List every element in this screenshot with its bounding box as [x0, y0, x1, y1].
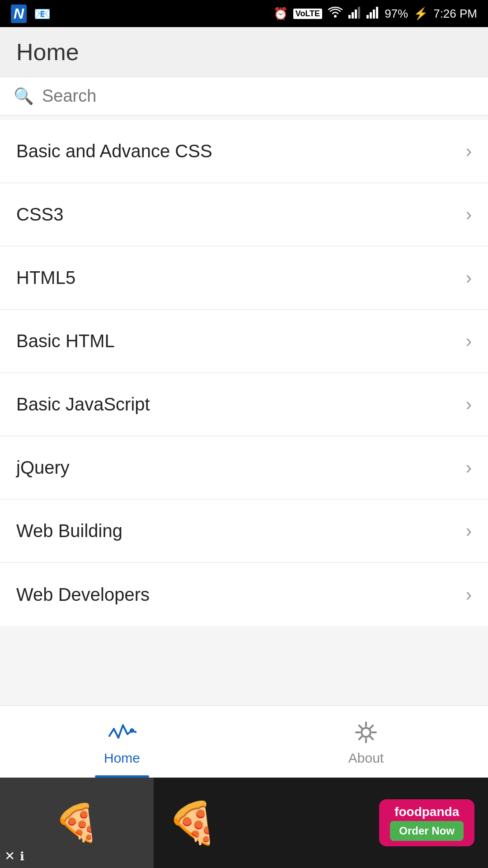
svg-rect-8 [376, 7, 378, 19]
list-item-label: HTML5 [16, 268, 75, 288]
svg-point-0 [334, 15, 337, 18]
home-waveform-icon [108, 718, 136, 747]
list-item[interactable]: Web Developers › [0, 563, 488, 626]
search-icon: 🔍 [14, 87, 34, 106]
ad-right-section: 🍕 foodpanda Order Now [154, 778, 488, 868]
search-input[interactable] [42, 86, 474, 106]
nav-item-home[interactable]: Home [0, 706, 244, 778]
chevron-right-icon: › [466, 268, 472, 288]
nav-home-label: Home [104, 750, 140, 766]
alarm-icon: ⏰ [273, 7, 288, 21]
gear-icon [352, 718, 380, 747]
app-header: Home [0, 27, 488, 77]
wifi-icon [328, 6, 343, 21]
list-item[interactable]: Basic JavaScript › [0, 373, 488, 436]
ad-info-icon[interactable]: ℹ [20, 849, 24, 863]
volte-badge: VoLTE [293, 9, 322, 19]
chevron-right-icon: › [466, 331, 472, 351]
svg-rect-3 [355, 9, 357, 19]
menu-list: Basic and Advance CSS › CSS3 › HTML5 › B… [0, 120, 488, 626]
chevron-right-icon: › [466, 458, 472, 478]
svg-rect-2 [352, 12, 354, 19]
svg-rect-6 [370, 12, 372, 19]
list-item-label: Basic JavaScript [16, 394, 150, 415]
nav-about-label: About [348, 750, 384, 766]
list-item-label: Basic HTML [16, 331, 115, 351]
chevron-right-icon: › [466, 204, 472, 225]
bottom-nav: Home About [0, 705, 488, 778]
svg-rect-1 [348, 15, 351, 19]
battery-charging-icon: ⚡ [413, 7, 428, 21]
list-item[interactable]: HTML5 › [0, 246, 488, 310]
ad-left-section: 🍕 ✕ ℹ [0, 778, 154, 868]
foodpanda-badge[interactable]: foodpanda Order Now [379, 799, 474, 846]
list-item-label: jQuery [16, 458, 70, 478]
chevron-right-icon: › [466, 394, 472, 415]
signal-icon [348, 6, 361, 22]
svg-point-9 [130, 728, 134, 733]
chevron-right-icon: › [466, 141, 472, 161]
ad-banner: 🍕 ✕ ℹ 🍕 foodpanda Order Now [0, 778, 488, 868]
list-item-label: Web Developers [16, 585, 150, 605]
order-now-button[interactable]: Order Now [390, 821, 464, 841]
list-item-label: Web Building [16, 521, 122, 541]
list-item[interactable]: Web Building › [0, 500, 488, 563]
page-title: Home [16, 38, 79, 66]
list-item[interactable]: Basic and Advance CSS › [0, 120, 488, 183]
ad-food-image: 🍕 [167, 799, 218, 847]
search-container: 🔍 [0, 77, 488, 115]
ad-close-button[interactable]: ✕ [5, 849, 15, 863]
svg-rect-5 [366, 15, 369, 19]
list-item[interactable]: CSS3 › [0, 183, 488, 246]
nav-item-about[interactable]: About [244, 706, 488, 778]
outlook-icon: 📧 [34, 6, 51, 22]
svg-rect-4 [358, 7, 360, 19]
chevron-right-icon: › [466, 521, 472, 541]
list-item[interactable]: Basic HTML › [0, 310, 488, 373]
svg-rect-7 [373, 9, 375, 19]
list-item-label: CSS3 [16, 204, 64, 225]
foodpanda-logo-text: foodpanda [394, 805, 459, 819]
battery-level: 97% [385, 7, 408, 21]
status-bar: N 📧 ⏰ VoLTE [0, 0, 488, 27]
list-item[interactable]: jQuery › [0, 436, 488, 500]
svg-point-10 [361, 728, 371, 737]
chevron-right-icon: › [466, 585, 472, 605]
ad-pizza-icon: 🍕 [54, 802, 99, 844]
time-display: 7:26 PM [433, 7, 477, 21]
list-item-label: Basic and Advance CSS [16, 141, 212, 161]
signal-icon-2 [366, 6, 379, 22]
status-bar-right: ⏰ VoLTE [273, 6, 477, 22]
n-notification-icon: N [11, 5, 27, 23]
status-bar-left: N 📧 [11, 5, 51, 23]
